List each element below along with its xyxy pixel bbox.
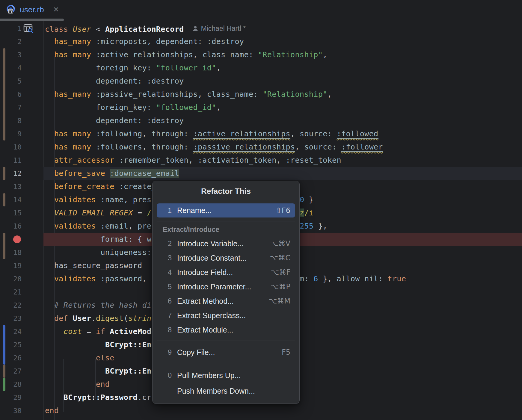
line-number: 22 <box>4 301 22 309</box>
gutter[interactable]: 20 <box>0 272 43 285</box>
menu-item-introduce-variable[interactable]: 2Introduce Variable...⌥⌘V <box>153 236 299 251</box>
menu-item-shortcut: ⌥⌘C <box>270 254 290 262</box>
code-line-10[interactable]: 10 has_many :followers, through: :passiv… <box>0 140 522 154</box>
menu-item-label: Rename... <box>177 206 212 215</box>
gutter[interactable] <box>0 233 43 246</box>
code-line-9[interactable]: 9 has_many :following, through: :active_… <box>0 127 522 140</box>
gutter[interactable]: 9 <box>0 127 43 140</box>
code-text[interactable]: class User < ApplicationRecordMichael Ha… <box>43 22 522 35</box>
refactor-menu: 1Rename...⇧F6Extract/Introduce2Introduce… <box>153 203 299 399</box>
menu-item-push-members-down[interactable]: Push Members Down... <box>153 383 299 399</box>
gutter[interactable]: 5 <box>0 75 43 88</box>
menu-item-label: Copy File... <box>177 348 215 357</box>
menu-item-introduce-constant[interactable]: 3Introduce Constant...⌥⌘C <box>153 251 299 265</box>
gutter[interactable]: 2 <box>0 35 43 48</box>
code-text[interactable]: has_many :followers, through: :passive_r… <box>43 140 522 154</box>
line-number: 30 <box>4 407 22 415</box>
menu-item-shortcut: ⌥⌘F <box>271 268 290 277</box>
code-text[interactable]: before_save :downcase_email <box>43 167 522 180</box>
table-search-icon[interactable] <box>23 24 34 34</box>
menu-item-mnemonic: 6 <box>153 297 172 305</box>
menu-item-pull-members-up[interactable]: 0Pull Members Up... <box>153 368 299 383</box>
menu-item-introduce-parameter[interactable]: 5Introduce Parameter...⌥⌘P <box>153 280 299 294</box>
menu-item-shortcut: ⌥⌘P <box>271 282 290 291</box>
gutter[interactable]: 26 <box>0 351 43 365</box>
menu-item-mnemonic: 1 <box>157 206 172 215</box>
tab-close-icon[interactable]: ✕ <box>52 5 60 14</box>
gutter-change-bar <box>3 378 5 391</box>
breakpoint-icon[interactable] <box>13 235 21 243</box>
gutter[interactable]: 29 <box>0 391 43 404</box>
menu-item-introduce-field[interactable]: 4Introduce Field...⌥⌘F <box>153 265 299 280</box>
menu-item-extract-module[interactable]: 8Extract Module... <box>153 323 299 337</box>
menu-item-extract-superclass[interactable]: 7Extract Superclass... <box>153 308 299 323</box>
gutter[interactable]: 28 <box>0 378 43 391</box>
gutter[interactable]: 24 <box>0 325 43 338</box>
menu-item-extract-method[interactable]: 6Extract Method...⌥⌘M <box>153 294 299 308</box>
gutter[interactable]: 30 <box>0 404 43 417</box>
tab-scroll-indicator <box>0 19 64 21</box>
code-line-11[interactable]: 11 attr_accessor :remember_token, :activ… <box>0 154 522 167</box>
line-number: 6 <box>4 90 22 98</box>
menu-item-copy-file[interactable]: 9Copy File...F5 <box>153 345 299 360</box>
gutter[interactable]: 22 <box>0 299 43 312</box>
gutter[interactable]: 15 <box>0 206 43 220</box>
code-text[interactable]: has_many :microposts, dependent: :destro… <box>43 35 522 48</box>
gutter[interactable]: 6 <box>0 88 43 101</box>
refactor-this-popup: Refactor This 1Rename...⇧F6Extract/Intro… <box>152 181 300 404</box>
gutter[interactable]: 25 <box>0 338 43 351</box>
code-line-1[interactable]: 1class User < ApplicationRecordMichael H… <box>0 22 522 35</box>
code-text[interactable]: has_many :following, through: :active_re… <box>43 127 522 140</box>
line-number: 24 <box>4 328 22 336</box>
gutter[interactable]: 14 <box>0 193 43 206</box>
code-line-5[interactable]: 5 dependent: :destroy <box>0 75 522 88</box>
ruby-class-file-icon <box>6 4 16 15</box>
gutter[interactable]: 12 <box>0 167 43 180</box>
code-line-30[interactable]: 30end <box>0 404 522 417</box>
gutter[interactable]: 27 <box>0 365 43 378</box>
gutter[interactable]: 7 <box>0 101 43 114</box>
gutter[interactable]: 18 <box>0 246 43 259</box>
menu-item-shortcut: ⇧F6 <box>276 206 290 215</box>
code-line-8[interactable]: 8 dependent: :destroy <box>0 114 522 127</box>
line-number: 14 <box>4 196 22 204</box>
line-number: 3 <box>4 51 22 59</box>
code-line-12[interactable]: 12 before_save :downcase_email <box>0 167 522 180</box>
gutter[interactable]: 16 <box>0 220 43 233</box>
menu-item-label: Pull Members Up... <box>177 371 241 380</box>
code-line-6[interactable]: 6 has_many :passive_relationships, class… <box>0 88 522 101</box>
code-line-2[interactable]: 2 has_many :microposts, dependent: :dest… <box>0 35 522 48</box>
line-number: 26 <box>4 354 22 362</box>
gutter[interactable]: 11 <box>0 154 43 167</box>
author-inlay[interactable]: Michael Hartl * <box>192 22 246 35</box>
code-line-3[interactable]: 3 has_many :active_relationships, class_… <box>0 48 522 61</box>
code-text[interactable]: has_many :active_relationships, class_na… <box>43 48 522 61</box>
code-text[interactable]: foreign_key: "followed_id", <box>43 101 522 114</box>
gutter[interactable]: 10 <box>0 140 43 154</box>
code-text[interactable]: foreign_key: "follower_id", <box>43 61 522 75</box>
line-number: 18 <box>4 249 22 256</box>
gutter[interactable]: 19 <box>0 259 43 272</box>
menu-item-label: Push Members Down... <box>177 387 255 395</box>
menu-item-mnemonic: 4 <box>153 268 172 277</box>
code-line-4[interactable]: 4 foreign_key: "follower_id", <box>0 61 522 75</box>
tab-user-rb[interactable]: user.rb ✕ <box>4 2 62 17</box>
editor-tab-bar: user.rb ✕ <box>0 0 522 21</box>
code-text[interactable]: dependent: :destroy <box>43 114 522 127</box>
gutter[interactable]: 23 <box>0 312 43 325</box>
code-text[interactable]: end <box>43 404 522 417</box>
gutter[interactable]: 8 <box>0 114 43 127</box>
gutter[interactable]: 1 <box>0 22 43 35</box>
gutter[interactable]: 21 <box>0 285 43 299</box>
menu-item-label: Introduce Parameter... <box>177 282 251 291</box>
code-text[interactable]: attr_accessor :remember_token, :activati… <box>43 154 522 167</box>
code-line-7[interactable]: 7 foreign_key: "followed_id", <box>0 101 522 114</box>
line-number: 23 <box>4 315 22 322</box>
rubymine-window: user.rb ✕ 1class User < ApplicationRecor… <box>0 0 522 420</box>
code-text[interactable]: dependent: :destroy <box>43 75 522 88</box>
gutter[interactable]: 3 <box>0 48 43 61</box>
menu-item-rename[interactable]: 1Rename...⇧F6 <box>157 203 295 217</box>
gutter[interactable]: 13 <box>0 180 43 193</box>
gutter[interactable]: 4 <box>0 61 43 75</box>
code-text[interactable]: has_many :passive_relationships, class_n… <box>43 88 522 101</box>
